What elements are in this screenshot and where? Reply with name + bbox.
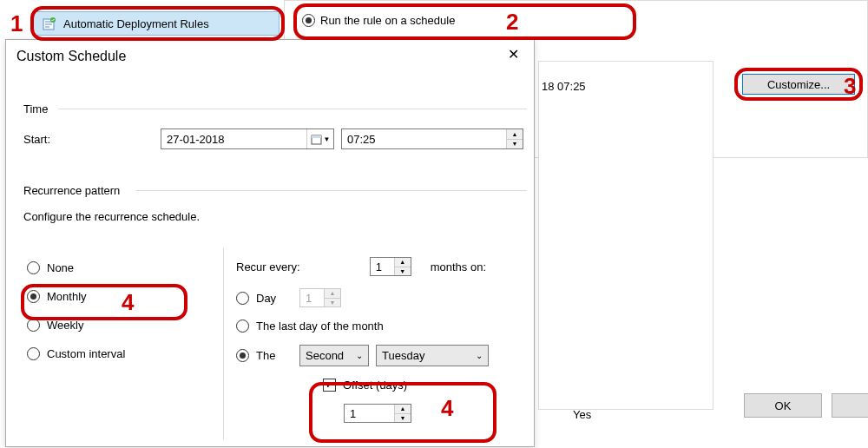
day-number-field: 1 ▲▼ [299, 288, 341, 307]
radio-none[interactable]: None [27, 261, 125, 274]
recurrence-mode-group: None Monthly Weekly Custom interval [27, 261, 125, 360]
offset-value-row: 1 ▲▼ [344, 404, 523, 423]
dialog-title: Custom Schedule [16, 49, 126, 64]
radio-label: Monthly [47, 290, 87, 303]
recurrence-detail-group: Recur every: 1 ▲▼ months on: Day 1 ▲▼ Th… [236, 257, 523, 435]
radio-run-on-schedule[interactable]: Run the rule on a schedule [302, 14, 455, 27]
chevron-down-icon[interactable]: ▼ [507, 140, 523, 149]
chevron-up-icon[interactable]: ▲ [507, 129, 523, 140]
recur-every-row: Recur every: 1 ▲▼ months on: [236, 257, 523, 276]
radio-icon [236, 320, 249, 333]
radio-the-ordinal[interactable]: The Second ⌄ Tuesday ⌄ [236, 345, 523, 366]
start-date-value: 27-01-2018 [161, 133, 306, 146]
start-time-field[interactable]: 07:25 ▲ ▼ [341, 128, 523, 149]
ordinal-value: Second [306, 349, 351, 362]
vertical-divider [223, 248, 224, 439]
start-date-field[interactable]: 27-01-2018 ▼ [161, 128, 334, 149]
radio-icon [27, 319, 40, 332]
ok-button-label: OK [775, 399, 792, 412]
sidebar-item-label: Automatic Deployment Rules [63, 17, 209, 30]
spinner[interactable]: ▲▼ [394, 405, 411, 422]
close-icon: ✕ [508, 46, 519, 63]
radio-label: None [47, 261, 74, 274]
radio-label: The [256, 349, 293, 362]
radio-label: Day [256, 292, 293, 305]
wizard-side-panel [538, 61, 713, 410]
radio-label: Run the rule on a schedule [320, 14, 455, 27]
radio-icon [27, 261, 40, 274]
start-row: Start: 27-01-2018 ▼ 07:25 ▲ ▼ [23, 128, 523, 149]
radio-icon [302, 14, 315, 27]
weekday-select[interactable]: Tuesday ⌄ [376, 345, 489, 366]
radio-label: Custom interval [47, 347, 125, 360]
radio-label: Weekly [47, 319, 83, 332]
radio-icon [236, 349, 249, 362]
ok-button[interactable]: OK [744, 393, 822, 418]
yes-text: Yes [573, 408, 591, 421]
customize-button[interactable]: Customize... [742, 74, 855, 95]
section-divider [136, 190, 527, 191]
offset-days-value: 1 [345, 407, 394, 420]
svg-rect-3 [312, 135, 321, 138]
radio-label: The last day of the month [256, 320, 384, 333]
time-section-label: Time [23, 102, 48, 115]
spinner: ▲▼ [324, 289, 340, 306]
recur-every-value: 1 [371, 260, 394, 273]
close-button[interactable]: ✕ [497, 43, 529, 64]
chevron-down-icon: ⌄ [476, 351, 483, 360]
adr-icon [43, 16, 56, 30]
customize-button-label: Customize... [767, 78, 830, 91]
ordinal-select[interactable]: Second ⌄ [299, 345, 369, 366]
weekday-value: Tuesday [382, 349, 470, 362]
schedule-preview-text: 18 07:25 [542, 80, 586, 93]
recur-every-field[interactable]: 1 ▲▼ [370, 257, 411, 276]
start-time-value: 07:25 [342, 133, 506, 146]
radio-weekly[interactable]: Weekly [27, 319, 125, 332]
custom-schedule-dialog: Custom Schedule ✕ Time Start: 27-01-2018… [5, 39, 535, 447]
radio-icon [27, 290, 40, 303]
offset-label: Offset (days) [343, 379, 407, 392]
spinner[interactable]: ▲▼ [394, 258, 411, 275]
calendar-dropdown-icon[interactable]: ▼ [306, 129, 333, 148]
recurrence-hint: Configure the recurrence schedule. [23, 210, 200, 223]
months-on-label: months on: [431, 260, 486, 273]
offset-days-field[interactable]: 1 ▲▼ [344, 404, 411, 423]
start-label: Start: [23, 133, 154, 146]
radio-icon [27, 347, 40, 360]
sidebar-item-adr[interactable]: Automatic Deployment Rules [33, 11, 279, 36]
day-number-value: 1 [300, 292, 324, 305]
time-spinner[interactable]: ▲ ▼ [506, 129, 523, 148]
annotation-number: 1 [10, 10, 23, 37]
section-divider [58, 109, 527, 109]
radio-monthly[interactable]: Monthly [27, 290, 125, 303]
recur-every-label: Recur every: [236, 260, 300, 273]
radio-day[interactable]: Day 1 ▲▼ [236, 288, 523, 307]
radio-custom-interval[interactable]: Custom interval [27, 347, 125, 360]
radio-last-day[interactable]: The last day of the month [236, 320, 523, 333]
cancel-button-edge[interactable] [832, 393, 868, 418]
radio-icon [236, 292, 249, 305]
recurrence-section-label: Recurrence pattern [23, 184, 120, 197]
offset-checkbox[interactable]: ✓ [323, 379, 336, 392]
chevron-down-icon: ⌄ [356, 351, 363, 360]
offset-row: ✓ Offset (days) [323, 379, 523, 392]
